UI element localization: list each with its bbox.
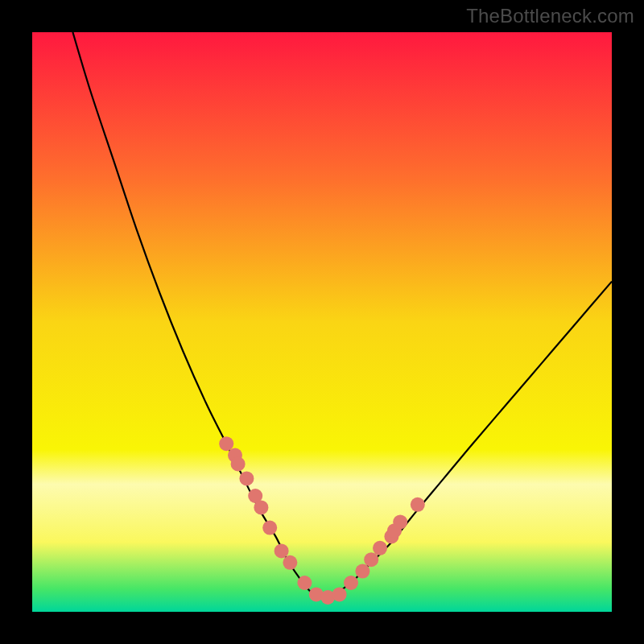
bead-marker — [262, 521, 277, 535]
bead-marker — [275, 543, 289, 558]
bead-marker — [283, 555, 297, 570]
bead-marker — [373, 541, 387, 555]
plot-background — [32, 32, 612, 612]
bead-marker — [332, 587, 347, 601]
bead-marker — [231, 456, 246, 471]
bead-marker — [393, 514, 407, 529]
bead-marker — [239, 471, 254, 485]
bead-marker — [344, 576, 358, 590]
bead-marker — [364, 552, 378, 567]
watermark-text: TheBottleneck.com — [466, 5, 634, 27]
bead-marker — [297, 576, 312, 590]
bead-marker — [219, 436, 233, 451]
bottleneck-chart — [0, 0, 644, 644]
chart-frame: TheBottleneck.com — [0, 0, 644, 644]
bead-marker — [355, 564, 369, 579]
bead-marker — [254, 500, 268, 514]
bead-marker — [411, 497, 425, 512]
